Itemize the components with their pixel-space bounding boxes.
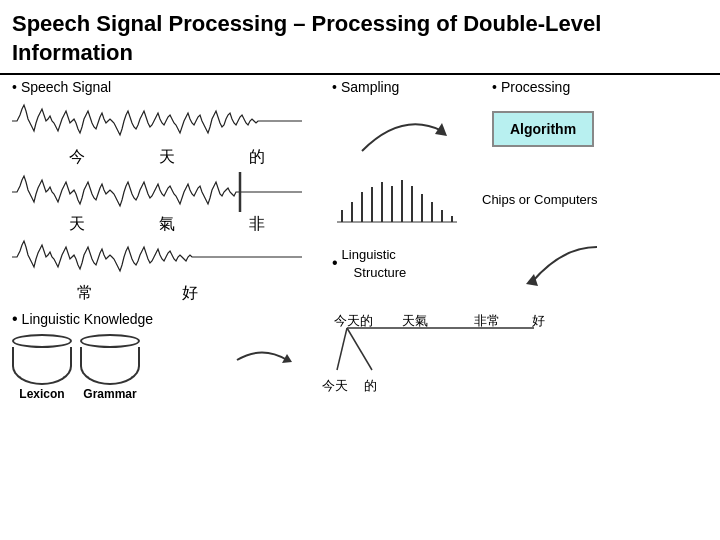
waveform2-labels: 天 氣 非 — [12, 214, 322, 235]
svg-text:非常: 非常 — [474, 313, 500, 328]
bullet-ling-knowledge: • — [12, 310, 18, 328]
grammar-label: Grammar — [83, 387, 136, 401]
svg-line-21 — [337, 328, 347, 370]
cylinder-top-grammar — [80, 334, 140, 348]
svg-text:的: 的 — [364, 378, 377, 393]
cylinder-body-lexicon — [12, 347, 72, 385]
svg-marker-15 — [526, 274, 538, 286]
bullet-sampling: • — [332, 79, 337, 95]
parse-tree: 今天的 天氣 非常 好 今天 的 — [312, 310, 708, 434]
linguistic-structure: Structure — [342, 265, 407, 280]
waveform1-labels: 今 天 的 — [12, 147, 322, 168]
arrow-to-sampling — [322, 101, 482, 156]
row1: 今 天 的 Algorithm — [0, 95, 720, 168]
label-hao: 好 — [182, 283, 198, 304]
lexicon-label: Lexicon — [19, 387, 64, 401]
bottom-section: • Linguistic Knowledge Lexicon Grammar — [0, 304, 720, 440]
svg-line-22 — [347, 328, 372, 370]
svg-text:天氣: 天氣 — [402, 313, 428, 328]
page-title: Speech Signal Processing – Processing of… — [0, 0, 720, 75]
linguistic-knowledge: • Linguistic Knowledge Lexicon Grammar — [12, 310, 212, 401]
arrow-from-processing — [482, 237, 642, 292]
sampling-header: Sampling — [341, 79, 399, 95]
row3: 常 好 • Linguistic Structure — [0, 237, 720, 304]
chips-label: Chips or Computers — [482, 192, 598, 207]
speech-signal-header: Speech Signal — [21, 79, 111, 95]
algorithm-section: Algorithm — [482, 101, 642, 147]
label-de: 的 — [249, 147, 265, 168]
lexicon-cylinder: Lexicon — [12, 334, 72, 401]
algorithm-box: Algorithm — [492, 111, 594, 147]
cylinder-top-lexicon — [12, 334, 72, 348]
cylinder-body-grammar — [80, 347, 140, 385]
waveform-row1: 今 天 的 — [12, 101, 322, 168]
linguistic-structure-section: • Linguistic Structure — [322, 237, 482, 281]
section-headers: • Speech Signal • Sampling • Processing — [0, 75, 720, 95]
algorithm-label: Algorithm — [510, 121, 576, 137]
label-tian2: 天 — [69, 214, 85, 235]
processing-header: Processing — [501, 79, 570, 95]
bullet-speech: • — [12, 79, 17, 95]
bullet-linguistic: • — [332, 254, 338, 272]
waveform-row3: 常 好 — [12, 237, 322, 304]
label-chang: 常 — [77, 283, 93, 304]
label-qi: 氣 — [159, 214, 175, 235]
row2: 天 氣 非 Chips or Computers — [0, 172, 720, 235]
bullet-processing: • — [492, 79, 497, 95]
grammar-cylinder: Grammar — [80, 334, 140, 401]
sampling-bars — [322, 172, 482, 227]
svg-text:今天的: 今天的 — [334, 313, 373, 328]
svg-text:今天: 今天 — [322, 378, 348, 393]
waveform-row2: 天 氣 非 — [12, 172, 322, 235]
label-fei: 非 — [249, 214, 265, 235]
ling-knowledge-label: Linguistic Knowledge — [22, 311, 154, 327]
linguistic-header: Linguistic — [342, 247, 396, 262]
label-jin: 今 — [69, 147, 85, 168]
svg-text:好: 好 — [532, 313, 545, 328]
chips-section: Chips or Computers — [482, 172, 642, 207]
label-tian: 天 — [159, 147, 175, 168]
arrow-to-tree — [232, 340, 292, 380]
